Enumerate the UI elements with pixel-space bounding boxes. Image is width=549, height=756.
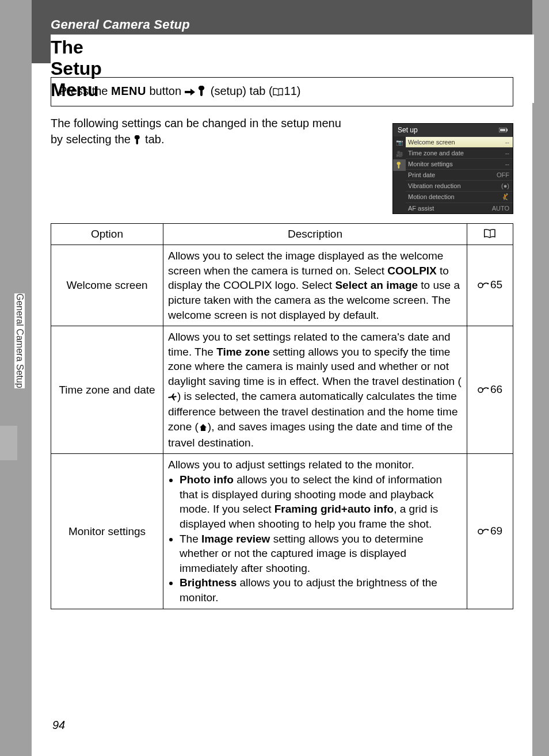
desc-bold: Time zone (216, 346, 270, 358)
options-table: Option Description Welcome screen Allows… (51, 223, 513, 609)
side-tab-label: General Camera Setup (14, 293, 25, 388)
option-name: Welcome screen (51, 245, 163, 326)
desc-bold: Framing grid+auto info (274, 503, 394, 515)
desc-bold: Select an image (335, 279, 418, 291)
nav-text: (setup) tab ( (207, 85, 272, 97)
svg-point-10 (487, 529, 489, 530)
list-item-value: -- (505, 139, 509, 146)
list-item-label: Time zone and date (408, 150, 464, 156)
list-item-value: AUTO (492, 205, 509, 212)
svg-rect-2 (500, 129, 505, 131)
reference-icon (478, 526, 490, 539)
col-option-header: Option (51, 224, 163, 245)
nav-text: 11) (284, 85, 301, 97)
plane-icon (168, 390, 177, 405)
book-icon (273, 86, 284, 99)
list-item-label: Monitor settings (408, 161, 453, 167)
desc-text: The (180, 533, 201, 545)
list-item: Time zone and date-- (406, 147, 513, 158)
col-description-header: Description (163, 224, 467, 245)
setup-tab-strip: 📷 🎥 (393, 136, 406, 213)
option-name: Monitor settings (51, 454, 163, 609)
wrench-icon (134, 132, 142, 148)
list-item-label: Vibration reduction (408, 182, 461, 189)
menu-button-label: MENU (111, 85, 146, 97)
intro-text: The following settings can be changed in… (51, 115, 350, 148)
book-icon (483, 228, 497, 241)
list-item-label: Print date (408, 171, 435, 178)
ref-number: 65 (490, 278, 502, 291)
list-item-label: AF assist (408, 205, 434, 212)
desc-bullet: The Image review setting allows you to d… (180, 532, 462, 576)
svg-point-8 (487, 387, 489, 389)
option-name: Time zone and date (51, 326, 163, 454)
reference-icon (478, 280, 490, 292)
svg-point-9 (478, 529, 483, 534)
table-row: Monitor settings Allows you to adjust se… (51, 454, 513, 609)
list-item: Vibration reduction(●) (406, 180, 513, 191)
list-item-value: -- (505, 150, 509, 156)
list-item: Monitor settings-- (406, 158, 513, 169)
wrench-icon (198, 86, 207, 99)
arrow-right-icon (185, 86, 195, 99)
ref-number: 66 (490, 383, 502, 395)
svg-point-7 (478, 388, 483, 392)
desc-text: Allows you to adjust settings related to… (168, 459, 414, 471)
list-item-value: OFF (497, 171, 509, 178)
intro-part2: tab. (142, 133, 165, 146)
setup-menu-list: Welcome screen-- Time zone and date-- Mo… (406, 136, 513, 213)
ref-number: 69 (490, 525, 502, 537)
option-description: Allows you to set settings related to th… (163, 326, 467, 454)
svg-rect-3 (506, 129, 508, 131)
camera-tab-icon: 📷 (393, 136, 406, 148)
section-label: General Camera Setup (51, 17, 190, 32)
desc-bold: Image review (201, 533, 270, 545)
setup-menu-screenshot: Set up 📷 🎥 Welcome screen-- Time zone an… (392, 123, 513, 214)
list-item: Motion detection🤾 (406, 191, 513, 203)
wrench-tab-icon (393, 159, 406, 171)
list-item-label: Motion detection (408, 193, 455, 201)
nav-text: button (146, 85, 185, 97)
side-tab-indicator (0, 426, 17, 460)
list-item-label: Welcome screen (408, 139, 455, 146)
list-item: AF assistAUTO (406, 203, 513, 213)
page-number: 94 (52, 719, 65, 732)
list-item: Print dateOFF (406, 169, 513, 180)
option-reference: 65 (467, 245, 513, 326)
col-reference-header (467, 224, 513, 245)
desc-bold: Photo info (180, 474, 234, 486)
option-reference: 69 (467, 454, 513, 609)
list-item-value: 🤾 (501, 193, 509, 201)
table-row: Welcome screen Allows you to select the … (51, 245, 513, 326)
reference-icon (478, 384, 490, 397)
desc-text: ), and saves images using the date and t… (168, 421, 452, 449)
desc-bold: COOLPIX (387, 265, 437, 277)
svg-point-5 (478, 283, 483, 288)
navigation-path-box: Press the MENU button (setup) tab ( 11) (51, 77, 513, 106)
video-tab-icon: 🎥 (393, 148, 406, 159)
list-item: Welcome screen-- (406, 136, 513, 147)
list-item-value: -- (505, 161, 509, 167)
home-icon (199, 421, 208, 436)
nav-text: Press the (59, 85, 111, 97)
setup-menu-title: Set up (398, 126, 418, 134)
intro-part1: The following settings can be changed in… (51, 117, 341, 146)
option-description: Allows you to adjust settings related to… (163, 454, 467, 609)
svg-point-6 (487, 283, 489, 285)
desc-bold: Brightness (180, 576, 237, 589)
option-description: Allows you to select the image displayed… (163, 245, 467, 326)
table-row: Time zone and date Allows you to set set… (51, 326, 513, 454)
battery-icon (499, 126, 508, 134)
desc-bullet: Brightness allows you to adjust the brig… (180, 575, 462, 605)
list-item-value: (●) (501, 182, 509, 189)
desc-bullet-list: Photo info allows you to select the kind… (168, 472, 462, 605)
option-reference: 66 (467, 326, 513, 454)
desc-bullet: Photo info allows you to select the kind… (180, 472, 462, 532)
